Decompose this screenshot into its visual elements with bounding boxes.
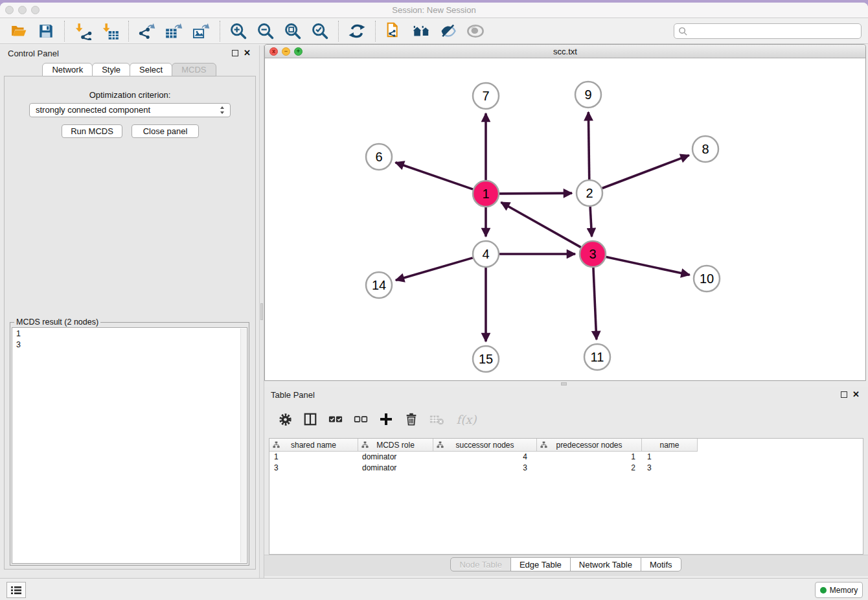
show-graphics-icon [466, 21, 485, 41]
column-header-mcds-role[interactable]: MCDS role [358, 439, 433, 452]
tab-mcds[interactable]: MCDS [172, 63, 216, 76]
home-icon[interactable] [411, 21, 431, 41]
node-label-15: 15 [479, 352, 493, 366]
edge-2-9[interactable] [588, 112, 589, 179]
task-history-button[interactable] [6, 582, 26, 598]
import-table-icon[interactable] [100, 21, 120, 41]
tab-style[interactable]: Style [92, 63, 130, 76]
network-window-title: scc.txt [265, 45, 865, 58]
control-panel-title: Control Panel [8, 49, 59, 58]
zoom-out-icon[interactable] [256, 21, 275, 41]
tab-select[interactable]: Select [130, 63, 172, 76]
toolbar-separator [128, 21, 129, 41]
network-canvas[interactable]: 7968124314101511 [265, 58, 865, 380]
clone-network-icon[interactable] [384, 21, 404, 41]
node-label-1: 1 [482, 187, 489, 201]
zoom-in-icon[interactable] [229, 21, 248, 41]
splitter-handle[interactable] [561, 382, 567, 386]
app-window: Session: New Session [0, 3, 868, 600]
node-table[interactable]: shared name MCDS role successor nodes pr… [269, 438, 863, 555]
mcds-panel: Optimization criterion: strongly connect… [4, 76, 256, 570]
mcds-result-title: MCDS result (2 nodes) [14, 317, 100, 327]
edge-3-1[interactable] [501, 202, 581, 247]
node-label-2: 2 [586, 186, 593, 200]
tab-network[interactable]: Network [42, 63, 93, 76]
memory-button[interactable]: Memory [815, 582, 863, 598]
edge-1-6[interactable] [396, 163, 474, 189]
mcds-result-groupbox: MCDS result (2 nodes) 1 3 [10, 322, 249, 566]
edge-2-8[interactable] [602, 156, 689, 189]
column-header-shared-name[interactable]: shared name [269, 439, 358, 452]
table-row[interactable]: 1 dominator 4 1 1 [269, 452, 698, 463]
column-selector-icon[interactable] [302, 411, 319, 428]
title-bar: Session: New Session [0, 3, 868, 18]
export-image-icon[interactable] [192, 21, 211, 41]
horizontal-splitter[interactable] [264, 381, 868, 387]
node-label-3: 3 [589, 247, 596, 261]
delete-column-icon[interactable] [403, 411, 420, 428]
search-field[interactable] [674, 23, 862, 39]
list-icon [11, 586, 21, 595]
hierarchy-icon [273, 441, 280, 448]
table-settings-icon[interactable] [277, 411, 293, 428]
function-builder-icon: f(x) [453, 411, 479, 428]
edge-1-2[interactable] [499, 193, 572, 194]
network-graph: 7968124314101511 [265, 58, 865, 380]
dropdown-stepper-icon [220, 106, 225, 116]
node-label-7: 7 [482, 89, 489, 103]
cell-successor-nodes: 3 [433, 463, 537, 474]
mcds-result-textarea[interactable]: 1 3 [12, 327, 247, 564]
add-column-icon[interactable] [378, 411, 394, 428]
table-toolbar: f(x) [269, 405, 863, 433]
result-scrollbar[interactable] [240, 329, 246, 562]
zoom-fit-icon[interactable] [283, 21, 303, 41]
table-header-row: shared name MCDS role successor nodes pr… [269, 439, 698, 452]
edge-4-14[interactable] [396, 258, 473, 281]
export-network-icon[interactable] [137, 21, 157, 41]
run-mcds-button[interactable]: Run MCDS [62, 124, 122, 138]
close-panel-button[interactable]: Close panel [131, 124, 199, 138]
save-session-icon[interactable] [36, 21, 56, 41]
zoom-selected-icon[interactable] [310, 21, 330, 41]
edge-3-10[interactable] [606, 257, 690, 275]
control-panel-tabs: Network Style Select MCDS [0, 63, 259, 76]
deselect-all-icon[interactable] [352, 411, 369, 428]
toolbar-separator [220, 21, 220, 41]
node-label-4: 4 [482, 247, 489, 261]
float-panel-icon[interactable] [232, 50, 238, 56]
node-label-8: 8 [702, 142, 709, 156]
toolbar-separator [64, 21, 65, 41]
vertical-splitter[interactable] [259, 45, 264, 578]
close-panel-icon[interactable]: ✕ [244, 48, 251, 58]
apply-layout-icon[interactable] [347, 21, 367, 41]
network-window: x − + scc.txt 7968124314101511 [264, 44, 866, 381]
table-row[interactable]: 3 dominator 3 2 3 [269, 463, 698, 474]
hide-graphics-icon[interactable] [439, 21, 458, 41]
close-table-panel-icon[interactable]: ✕ [852, 389, 860, 400]
tab-node-table[interactable]: Node Table [450, 557, 511, 571]
column-header-successor-nodes[interactable]: successor nodes [433, 439, 537, 452]
column-header-predecessor-nodes[interactable]: predecessor nodes [537, 439, 642, 452]
import-network-icon[interactable] [73, 21, 93, 41]
tab-network-table[interactable]: Network Table [570, 557, 641, 571]
status-bar: Memory [0, 578, 868, 600]
tab-motifs[interactable]: Motifs [641, 557, 681, 571]
select-all-icon[interactable] [327, 411, 344, 428]
vertical-splitter-handle[interactable] [260, 303, 263, 320]
cell-name: 1 [642, 452, 698, 463]
memory-status-icon [820, 587, 827, 594]
table-panel-header: Table Panel ✕ [264, 387, 868, 402]
cell-mcds-role: dominator [358, 463, 433, 474]
search-icon [678, 27, 688, 36]
column-header-name[interactable]: name [642, 439, 698, 452]
tab-edge-table[interactable]: Edge Table [510, 557, 571, 571]
edge-3-11[interactable] [593, 268, 597, 340]
edge-2-3[interactable] [590, 207, 591, 237]
float-table-panel-icon[interactable] [841, 391, 847, 398]
open-file-icon[interactable] [9, 21, 29, 41]
export-table-icon[interactable] [165, 21, 184, 41]
network-window-titlebar[interactable]: x − + scc.txt [265, 45, 865, 58]
criterion-dropdown[interactable]: strongly connected component [29, 103, 231, 117]
main-toolbar [0, 18, 868, 44]
control-panel: Control Panel ✕ Network Style Select MCD… [0, 45, 259, 578]
